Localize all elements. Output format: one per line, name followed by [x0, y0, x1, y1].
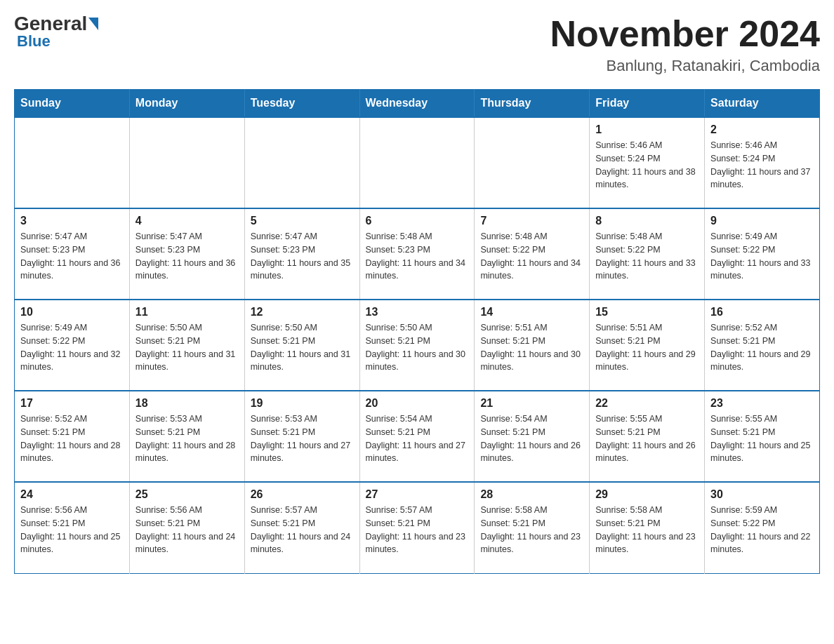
day-number: 27: [366, 488, 469, 501]
title-area: November 2024 Banlung, Ratanakiri, Cambo…: [550, 14, 820, 75]
calendar-cell: 21Sunrise: 5:54 AM Sunset: 5:21 PM Dayli…: [475, 391, 590, 482]
day-number: 26: [251, 488, 354, 501]
calendar-cell: 23Sunrise: 5:55 AM Sunset: 5:21 PM Dayli…: [705, 391, 820, 482]
day-info: Sunrise: 5:48 AM Sunset: 5:23 PM Dayligh…: [366, 230, 469, 283]
day-info: Sunrise: 5:53 AM Sunset: 5:21 PM Dayligh…: [251, 412, 354, 465]
calendar-cell: 4Sunrise: 5:47 AM Sunset: 5:23 PM Daylig…: [129, 208, 244, 300]
calendar-cell: [15, 117, 130, 208]
day-number: 24: [20, 488, 124, 501]
day-number: 1: [595, 123, 699, 136]
calendar-cell: 18Sunrise: 5:53 AM Sunset: 5:21 PM Dayli…: [129, 391, 244, 482]
day-number: 3: [20, 215, 124, 227]
day-info: Sunrise: 5:58 AM Sunset: 5:21 PM Dayligh…: [595, 504, 699, 556]
calendar-cell: [359, 117, 475, 208]
day-number: 8: [595, 215, 699, 227]
day-number: 2: [710, 123, 814, 136]
logo-triangle-icon: [88, 18, 98, 30]
day-number: 28: [480, 488, 583, 501]
calendar-cell: 24Sunrise: 5:56 AM Sunset: 5:21 PM Dayli…: [15, 482, 130, 573]
day-info: Sunrise: 5:57 AM Sunset: 5:21 PM Dayligh…: [366, 504, 469, 556]
day-number: 13: [366, 306, 469, 318]
calendar-cell: 6Sunrise: 5:48 AM Sunset: 5:23 PM Daylig…: [359, 208, 475, 300]
calendar-cell: 17Sunrise: 5:52 AM Sunset: 5:21 PM Dayli…: [15, 391, 130, 482]
day-info: Sunrise: 5:48 AM Sunset: 5:22 PM Dayligh…: [595, 230, 699, 283]
day-info: Sunrise: 5:50 AM Sunset: 5:21 PM Dayligh…: [366, 321, 469, 374]
calendar-header-sunday: Sunday: [15, 90, 130, 118]
calendar-cell: [129, 117, 244, 208]
calendar-cell: [475, 117, 590, 208]
calendar-header-tuesday: Tuesday: [244, 90, 359, 118]
calendar-cell: 8Sunrise: 5:48 AM Sunset: 5:22 PM Daylig…: [590, 208, 705, 300]
calendar-cell: 1Sunrise: 5:46 AM Sunset: 5:24 PM Daylig…: [590, 117, 705, 208]
calendar-header-monday: Monday: [129, 90, 244, 118]
day-info: Sunrise: 5:52 AM Sunset: 5:21 PM Dayligh…: [20, 412, 124, 465]
day-number: 30: [710, 488, 814, 501]
logo-general: General: [14, 14, 87, 34]
calendar-header-wednesday: Wednesday: [359, 90, 475, 118]
day-number: 19: [251, 397, 354, 410]
day-info: Sunrise: 5:52 AM Sunset: 5:21 PM Dayligh…: [710, 321, 814, 374]
calendar-cell: 15Sunrise: 5:51 AM Sunset: 5:21 PM Dayli…: [590, 300, 705, 391]
day-number: 25: [135, 488, 239, 501]
calendar-cell: 13Sunrise: 5:50 AM Sunset: 5:21 PM Dayli…: [359, 300, 475, 391]
calendar-cell: 30Sunrise: 5:59 AM Sunset: 5:22 PM Dayli…: [705, 482, 820, 573]
calendar-cell: 12Sunrise: 5:50 AM Sunset: 5:21 PM Dayli…: [244, 300, 359, 391]
day-info: Sunrise: 5:50 AM Sunset: 5:21 PM Dayligh…: [251, 321, 354, 374]
calendar-week-row: 17Sunrise: 5:52 AM Sunset: 5:21 PM Dayli…: [15, 391, 820, 482]
calendar-header-thursday: Thursday: [475, 90, 590, 118]
day-info: Sunrise: 5:58 AM Sunset: 5:21 PM Dayligh…: [480, 504, 583, 556]
calendar-cell: 7Sunrise: 5:48 AM Sunset: 5:22 PM Daylig…: [475, 208, 590, 300]
day-info: Sunrise: 5:54 AM Sunset: 5:21 PM Dayligh…: [480, 412, 583, 465]
day-number: 23: [710, 397, 814, 410]
day-info: Sunrise: 5:46 AM Sunset: 5:24 PM Dayligh…: [710, 139, 814, 192]
day-number: 11: [135, 306, 239, 318]
page-title: November 2024: [550, 14, 820, 54]
calendar-header-saturday: Saturday: [705, 90, 820, 118]
day-number: 6: [366, 215, 469, 227]
day-info: Sunrise: 5:55 AM Sunset: 5:21 PM Dayligh…: [595, 412, 699, 465]
day-info: Sunrise: 5:54 AM Sunset: 5:21 PM Dayligh…: [366, 412, 469, 465]
day-info: Sunrise: 5:57 AM Sunset: 5:21 PM Dayligh…: [251, 504, 354, 556]
calendar-cell: 22Sunrise: 5:55 AM Sunset: 5:21 PM Dayli…: [590, 391, 705, 482]
day-info: Sunrise: 5:49 AM Sunset: 5:22 PM Dayligh…: [20, 321, 124, 374]
day-info: Sunrise: 5:47 AM Sunset: 5:23 PM Dayligh…: [251, 230, 354, 283]
calendar-cell: 25Sunrise: 5:56 AM Sunset: 5:21 PM Dayli…: [129, 482, 244, 573]
day-number: 14: [480, 306, 583, 318]
calendar-cell: 19Sunrise: 5:53 AM Sunset: 5:21 PM Dayli…: [244, 391, 359, 482]
day-info: Sunrise: 5:59 AM Sunset: 5:22 PM Dayligh…: [710, 504, 814, 556]
day-number: 7: [480, 215, 583, 227]
day-info: Sunrise: 5:47 AM Sunset: 5:23 PM Dayligh…: [20, 230, 124, 283]
calendar-cell: 29Sunrise: 5:58 AM Sunset: 5:21 PM Dayli…: [590, 482, 705, 573]
day-number: 20: [366, 397, 469, 410]
day-info: Sunrise: 5:53 AM Sunset: 5:21 PM Dayligh…: [135, 412, 239, 465]
day-number: 4: [135, 215, 239, 227]
day-number: 29: [595, 488, 699, 501]
day-info: Sunrise: 5:56 AM Sunset: 5:21 PM Dayligh…: [135, 504, 239, 556]
page-subtitle: Banlung, Ratanakiri, Cambodia: [550, 57, 820, 75]
day-number: 22: [595, 397, 699, 410]
day-info: Sunrise: 5:48 AM Sunset: 5:22 PM Dayligh…: [480, 230, 583, 283]
calendar-cell: 10Sunrise: 5:49 AM Sunset: 5:22 PM Dayli…: [15, 300, 130, 391]
day-number: 16: [710, 306, 814, 318]
day-number: 5: [251, 215, 354, 227]
page-header: General Blue November 2024 Banlung, Rata…: [14, 14, 820, 75]
day-info: Sunrise: 5:46 AM Sunset: 5:24 PM Dayligh…: [595, 139, 699, 192]
calendar-cell: 28Sunrise: 5:58 AM Sunset: 5:21 PM Dayli…: [475, 482, 590, 573]
calendar-week-row: 10Sunrise: 5:49 AM Sunset: 5:22 PM Dayli…: [15, 300, 820, 391]
calendar-table: SundayMondayTuesdayWednesdayThursdayFrid…: [14, 89, 820, 574]
day-info: Sunrise: 5:55 AM Sunset: 5:21 PM Dayligh…: [710, 412, 814, 465]
day-info: Sunrise: 5:51 AM Sunset: 5:21 PM Dayligh…: [480, 321, 583, 374]
calendar-cell: 5Sunrise: 5:47 AM Sunset: 5:23 PM Daylig…: [244, 208, 359, 300]
calendar-cell: 27Sunrise: 5:57 AM Sunset: 5:21 PM Dayli…: [359, 482, 475, 573]
day-info: Sunrise: 5:56 AM Sunset: 5:21 PM Dayligh…: [20, 504, 124, 556]
calendar-cell: 16Sunrise: 5:52 AM Sunset: 5:21 PM Dayli…: [705, 300, 820, 391]
calendar-header-row: SundayMondayTuesdayWednesdayThursdayFrid…: [15, 90, 820, 118]
day-info: Sunrise: 5:51 AM Sunset: 5:21 PM Dayligh…: [595, 321, 699, 374]
day-number: 21: [480, 397, 583, 410]
logo: General Blue: [14, 14, 98, 51]
calendar-cell: 20Sunrise: 5:54 AM Sunset: 5:21 PM Dayli…: [359, 391, 475, 482]
day-number: 10: [20, 306, 124, 318]
calendar-cell: [244, 117, 359, 208]
calendar-week-row: 1Sunrise: 5:46 AM Sunset: 5:24 PM Daylig…: [15, 117, 820, 208]
calendar-week-row: 24Sunrise: 5:56 AM Sunset: 5:21 PM Dayli…: [15, 482, 820, 573]
